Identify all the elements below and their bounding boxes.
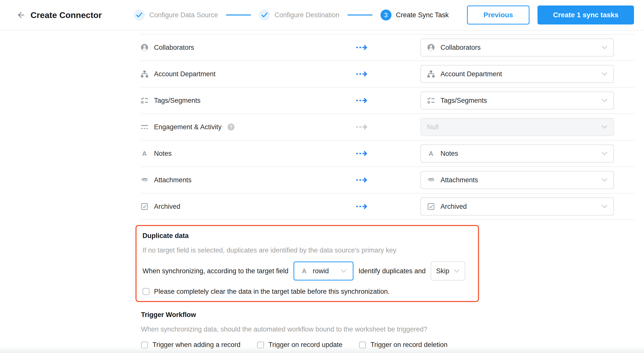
header-buttons: Previous Create 1 sync tasks — [467, 6, 634, 24]
target-field-value: Null — [427, 123, 439, 131]
dashed-arrow-icon — [356, 176, 368, 184]
dashed-arrow-icon — [356, 150, 368, 157]
field-mapping-row: Tags/Segments Tags/Segments — [140, 88, 634, 114]
target-field-dropdown[interactable]: Null — [420, 118, 614, 136]
trigger-workflow-section: Trigger Workflow When synchronizing data… — [140, 310, 634, 349]
source-field: Tags/Segments — [140, 96, 356, 104]
dashed-arrow-icon — [356, 97, 368, 104]
checklist-icon — [427, 96, 435, 104]
chevron-down-icon — [602, 98, 608, 102]
page-title: Create Connector — [30, 10, 102, 20]
checklist-icon — [140, 96, 148, 104]
step-label: Configure Data Source — [149, 11, 218, 19]
step-connector-line — [226, 14, 251, 16]
duplicate-data-description: If no target field is selected, duplicat… — [142, 246, 472, 255]
source-field-label: Collaborators — [154, 44, 194, 52]
paperclip-icon — [427, 176, 435, 184]
target-field-dropdown[interactable]: Archived — [420, 198, 614, 216]
target-field-value: Attachments — [440, 176, 478, 184]
dashed-lines-icon — [140, 123, 148, 131]
target-field-value: Account Department — [440, 70, 502, 78]
workflow-option-checkbox[interactable] — [257, 342, 264, 348]
field-mapping-row: Engagement & Activity ? Null — [140, 114, 634, 140]
back-button[interactable] — [15, 10, 26, 20]
main-content: Collaborators Collaborators Account Depa… — [140, 30, 634, 349]
source-field-label: Attachments — [154, 176, 192, 184]
workflow-option-label: Trigger on record update — [268, 341, 342, 349]
chevron-down-icon — [602, 178, 608, 182]
field-mapping-row: A Notes A Notes — [140, 140, 634, 167]
source-field: Collaborators — [140, 44, 356, 52]
target-field-dropdown[interactable]: Account Department — [420, 65, 614, 83]
trigger-workflow-description: When synchronizing data, should the auto… — [141, 324, 634, 334]
source-field: Attachments — [140, 176, 356, 184]
arrow-left-icon — [16, 11, 24, 19]
source-field: Archived — [140, 202, 356, 210]
source-field-label: Archived — [154, 203, 180, 210]
user-icon — [140, 44, 148, 52]
chevron-down-icon — [602, 152, 608, 156]
dashed-arrow-icon — [356, 203, 368, 210]
header: Create Connector Configure Data Source C… — [0, 0, 644, 30]
svg-text:A: A — [429, 150, 434, 157]
step-label: Configure Destination — [274, 11, 340, 19]
stepper: Configure Data Source Configure Destinat… — [134, 10, 448, 20]
org-chart-icon — [427, 70, 435, 78]
user-icon — [427, 44, 435, 52]
duplicate-data-title: Duplicate data — [142, 231, 472, 240]
workflow-option-checkbox[interactable] — [141, 342, 148, 348]
source-field-label: Account Department — [154, 70, 216, 78]
workflow-option-checkbox[interactable] — [359, 342, 366, 348]
duplicate-action-select[interactable]: Skip — [431, 262, 465, 280]
chevron-down-icon — [602, 46, 608, 50]
field-mapping-row: Attachments Attachments — [140, 167, 634, 194]
target-field-dropdown[interactable]: A Notes — [420, 144, 614, 162]
source-field: Account Department — [140, 70, 356, 78]
source-field-label: Tags/Segments — [154, 97, 200, 104]
check-icon — [136, 12, 142, 18]
target-field-select[interactable]: A rowid — [294, 262, 354, 280]
target-field-value: Archived — [440, 203, 467, 210]
step-done-circle — [134, 10, 145, 20]
step-configure-destination: Configure Destination — [259, 10, 340, 20]
svg-text:A: A — [302, 267, 306, 275]
step-done-circle — [259, 10, 270, 20]
sync-target-field-label: When synchronizing, according to the tar… — [142, 267, 288, 275]
source-field: Engagement & Activity ? — [140, 123, 356, 131]
target-field-value: Tags/Segments — [440, 97, 487, 104]
check-icon — [261, 12, 268, 18]
duplicate-controls-row: When synchronizing, according to the tar… — [142, 262, 472, 280]
duplicate-action-value: Skip — [436, 267, 450, 275]
checkbox-check-icon — [427, 202, 435, 210]
chevron-down-icon — [341, 269, 347, 273]
duplicate-data-section: Duplicate data If no target field is sel… — [136, 225, 479, 302]
workflow-option: Trigger when adding a record — [141, 341, 240, 349]
target-field-dropdown[interactable]: Tags/Segments — [420, 92, 614, 110]
previous-button[interactable]: Previous — [467, 6, 530, 24]
source-field: A Notes — [140, 150, 356, 158]
target-field-value: Collaborators — [440, 44, 481, 52]
dashed-arrow-icon — [356, 44, 368, 51]
svg-text:?: ? — [230, 124, 232, 130]
field-mapping-row: Archived Archived — [140, 194, 634, 220]
help-icon[interactable]: ? — [227, 123, 235, 131]
clear-data-checkbox[interactable] — [142, 288, 150, 295]
field-mapping-list: Collaborators Collaborators Account Depa… — [140, 34, 634, 220]
step-number-circle: 3 — [380, 10, 392, 20]
chevron-down-icon — [602, 125, 608, 129]
letter-a-icon: A — [427, 150, 435, 158]
step-label: Create Sync Task — [396, 11, 449, 19]
org-chart-icon — [140, 70, 148, 78]
paperclip-icon — [140, 176, 148, 184]
step-create-sync-task: 3 Create Sync Task — [380, 10, 449, 20]
letter-a-icon: A — [300, 267, 308, 275]
target-field-select-value: rowid — [313, 267, 329, 275]
field-mapping-row: Account Department Account Department — [140, 61, 634, 88]
workflow-option-label: Trigger when adding a record — [152, 341, 240, 349]
workflow-option: Trigger on record deletion — [359, 341, 448, 349]
workflow-option: Trigger on record update — [257, 341, 342, 349]
chevron-down-icon — [602, 72, 608, 76]
target-field-dropdown[interactable]: Collaborators — [420, 38, 614, 56]
target-field-dropdown[interactable]: Attachments — [420, 171, 614, 189]
create-sync-tasks-button[interactable]: Create 1 sync tasks — [538, 6, 634, 24]
